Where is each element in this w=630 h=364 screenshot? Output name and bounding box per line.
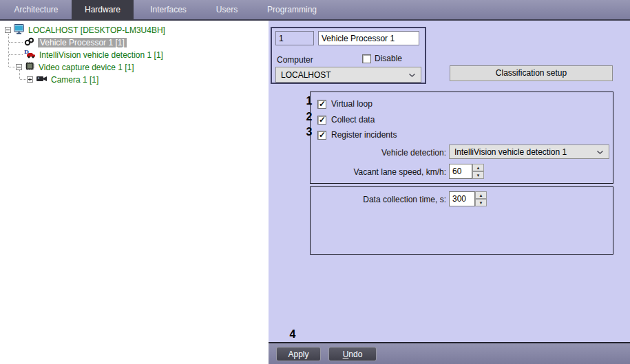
vacant-lane-speed-spinner: ▲ ▼	[449, 164, 484, 179]
settings-panel: Computer Disable LOCALHOST Classificatio…	[269, 21, 630, 342]
tree-item-label-selected: Vehicle Processor 1 [1]	[38, 38, 127, 47]
annotation-3: 3	[304, 126, 315, 138]
vehicle-detection-select[interactable]: IntelliVision vehicle detection 1	[449, 144, 609, 159]
tree-connector	[9, 54, 23, 55]
object-name-field[interactable]	[318, 31, 419, 45]
disable-checkbox[interactable]	[362, 54, 371, 63]
tab-users[interactable]: Users	[208, 0, 246, 21]
annotation-2: 2	[304, 111, 315, 123]
disable-label: Disable	[375, 54, 402, 63]
tree-item-localhost[interactable]: LOCALHOST [DESKTOP-LM3U4BH]	[5, 24, 165, 36]
capture-chip-icon	[25, 61, 35, 73]
collect-data-checkbox[interactable]	[317, 116, 326, 125]
tab-architecture[interactable]: Architecture	[7, 0, 65, 21]
tree-item-intellivision-detection[interactable]: D IntelliVision vehicle detection 1 [1]	[24, 49, 163, 61]
tree-item-label: Camera 1 [1]	[51, 75, 98, 85]
detection-options-group: Virtual loop Collect data Register incid…	[310, 92, 613, 184]
tree-connector	[9, 67, 15, 67]
tab-programming[interactable]: Programming	[260, 0, 324, 21]
expand-expander-icon[interactable]	[27, 76, 33, 83]
annotation-4: 4	[287, 328, 298, 341]
spin-up-button[interactable]: ▲	[472, 164, 484, 171]
tab-interfaces[interactable]: Interfaces	[139, 0, 198, 21]
virtual-loop-label: Virtual loop	[331, 99, 372, 109]
collect-data-label: Collect data	[331, 115, 375, 125]
vehicle-detection-label: Vehicle detection:	[311, 148, 446, 158]
tree-connector	[8, 34, 9, 67]
top-nav: Architecture Hardware Interfaces Users P…	[0, 0, 630, 21]
identity-box: Computer Disable LOCALHOST	[271, 27, 426, 84]
vehicle-detection-icon: D	[24, 49, 36, 61]
tree-item-vehicle-processor[interactable]: Vehicle Processor 1 [1]	[24, 36, 127, 48]
hardware-tree: LOCALHOST [DESKTOP-LM3U4BH] Vehicle Proc…	[0, 21, 269, 364]
app-window: Architecture Hardware Interfaces Users P…	[0, 0, 630, 364]
tree-item-label: IntelliVision vehicle detection 1 [1]	[39, 50, 163, 60]
spin-up-button[interactable]: ▲	[475, 191, 487, 199]
spin-down-button[interactable]: ▼	[472, 171, 484, 179]
apply-button[interactable]: Apply	[276, 347, 321, 361]
action-bar: Apply Undo	[269, 342, 630, 364]
apply-button-label: Apply	[277, 350, 320, 359]
tree-item-label: Video capture device 1 [1]	[39, 63, 134, 72]
vehicle-detection-value: IntelliVision vehicle detection 1	[454, 147, 567, 157]
computer-label: Computer	[277, 55, 313, 65]
tree-connector	[9, 42, 23, 43]
virtual-loop-checkbox[interactable]	[317, 100, 326, 109]
vacant-lane-speed-label: Vacant lane speed, km/h:	[311, 167, 446, 177]
classification-setup-button[interactable]: Classification setup	[450, 65, 613, 81]
register-incidents-checkbox[interactable]	[317, 131, 326, 140]
vacant-lane-speed-input[interactable]	[449, 164, 472, 179]
tree-item-label: LOCALHOST [DESKTOP-LM3U4BH]	[28, 25, 165, 35]
collapse-expander-icon[interactable]	[5, 27, 11, 33]
data-collection-time-input[interactable]	[449, 191, 475, 206]
collapse-expander-icon[interactable]	[16, 64, 22, 70]
monitor-icon	[14, 24, 25, 36]
data-collection-time-label: Data collection time, s:	[311, 195, 446, 204]
chevron-down-icon	[596, 147, 604, 157]
tree-connector	[20, 79, 26, 80]
undo-button[interactable]: Undo	[328, 347, 377, 361]
chevron-down-icon	[408, 70, 416, 80]
undo-button-label: Undo	[329, 350, 376, 359]
tree-item-video-capture-device[interactable]: Video capture device 1 [1]	[16, 61, 134, 73]
tab-hardware[interactable]: Hardware	[72, 0, 134, 21]
vehicle-processor-icon	[24, 37, 34, 48]
computer-select[interactable]: LOCALHOST	[275, 67, 421, 83]
data-collection-time-spinner: ▲ ▼	[449, 191, 487, 206]
register-incidents-label: Register incidents	[331, 130, 397, 140]
object-id-field[interactable]	[275, 31, 314, 45]
annotation-1: 1	[304, 95, 315, 107]
camera-icon	[36, 75, 48, 85]
spin-down-button[interactable]: ▼	[475, 199, 487, 206]
data-collection-group: Data collection time, s: ▲ ▼	[310, 186, 613, 255]
tree-item-camera[interactable]: Camera 1 [1]	[27, 74, 98, 85]
computer-select-value: LOCALHOST	[281, 70, 331, 80]
